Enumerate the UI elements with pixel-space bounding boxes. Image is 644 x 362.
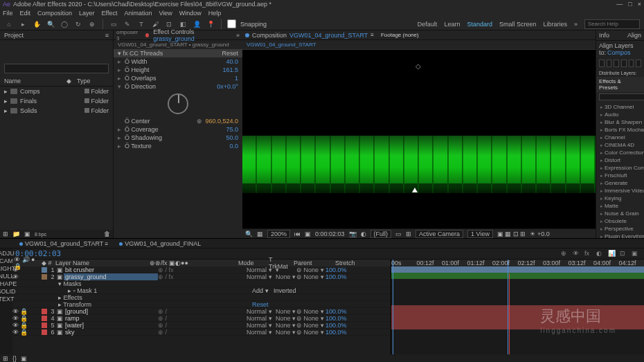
- menu-animation[interactable]: Animation: [124, 10, 152, 17]
- prop-texture[interactable]: ▸Ö Texture0.0: [114, 142, 242, 150]
- tl-brace-icon[interactable]: {}: [12, 355, 17, 362]
- align-left[interactable]: [599, 60, 605, 67]
- direction-dial[interactable]: [168, 93, 188, 114]
- tl-graph-icon[interactable]: 📊: [608, 250, 616, 258]
- menu-window[interactable]: Window: [179, 10, 202, 17]
- bpc-label[interactable]: 8 bpc: [35, 232, 46, 237]
- tl-fx-icon[interactable]: fx: [584, 250, 593, 258]
- menu-composition[interactable]: Composition: [37, 10, 72, 17]
- effect-category[interactable]: Blur & Sharpen: [596, 118, 644, 126]
- mask-icon[interactable]: ▦: [257, 230, 263, 237]
- tl-tab-1[interactable]: VGW01_04_ground_START ≡: [17, 240, 111, 247]
- align-bottom[interactable]: [636, 60, 641, 67]
- layer-row[interactable]: 👁🔒3▣[ground]⊕ /Normal ▾None ▾⊚ None ▾100…: [12, 308, 391, 315]
- mask1-row[interactable]: ▸ ▫ Mask 1Add ▾ Inverted: [12, 287, 391, 294]
- menu-file[interactable]: File: [3, 10, 13, 17]
- home-icon[interactable]: ⌂: [4, 19, 14, 29]
- tl-search-icon[interactable]: ⊕: [561, 250, 569, 258]
- ec-tab-1[interactable]: omposer 3: [116, 29, 141, 42]
- text-tool[interactable]: T: [136, 19, 146, 29]
- rotate-tool[interactable]: ↻: [73, 19, 83, 29]
- frame-icon[interactable]: ▣: [305, 230, 311, 237]
- min-btn[interactable]: —: [616, 1, 623, 8]
- project-search[interactable]: [4, 64, 109, 73]
- tl-3d-icon[interactable]: ▣: [632, 250, 640, 258]
- new-comp-icon[interactable]: ▣: [24, 230, 30, 237]
- snapping-check[interactable]: [227, 19, 236, 28]
- tl-mb-icon[interactable]: ◐: [596, 250, 605, 258]
- composition-tab[interactable]: Composition VGW01_04_ground_START ≡: [245, 32, 374, 39]
- bar-bitcrusher[interactable]: [391, 266, 644, 273]
- transform-row[interactable]: ▸ TransformReset: [12, 301, 391, 308]
- zoom-tool[interactable]: 🔍: [46, 19, 55, 29]
- effect-category[interactable]: Expression Controls: [596, 164, 644, 172]
- grid-icon[interactable]: ⊞: [406, 230, 411, 237]
- effect-category[interactable]: Audio: [596, 111, 644, 118]
- footage-tab[interactable]: Footage (none): [381, 32, 419, 38]
- hand-tool[interactable]: ✋: [32, 19, 42, 29]
- stamp-tool[interactable]: ⊡: [164, 19, 174, 29]
- anchor-tool[interactable]: ⊕: [87, 19, 97, 29]
- exposure-icon[interactable]: ☀ +0.0: [530, 230, 549, 237]
- align-hcenter[interactable]: [607, 60, 612, 67]
- menu-edit[interactable]: Edit: [20, 10, 31, 17]
- comp-breadcrumb[interactable]: VGW01_04_ground_START: [242, 40, 596, 50]
- effect-category[interactable]: Perspective: [596, 225, 644, 233]
- effect-category[interactable]: Plugin Everything: [596, 233, 644, 238]
- prop-width[interactable]: ▸Ö Width40.0: [114, 57, 242, 66]
- effects-row[interactable]: ▸ Effects: [12, 294, 391, 301]
- layer-row[interactable]: 👁2▣grassy_ground⊕ / fxNormal ▾None ▾⊚ No…: [12, 273, 391, 280]
- tl-sidebar[interactable]: ADJUCAMLIGHTNULLSHAPESOLIDTEXT: [0, 248, 12, 354]
- effect-category[interactable]: Distort: [596, 156, 644, 164]
- tl-tab-2[interactable]: VGW01_04_ground_FINAL: [116, 240, 204, 247]
- layer-row[interactable]: 👁🔒6▣sky⊕ /Normal ▾None ▾⊚ None ▾100.0%: [12, 329, 391, 336]
- close-btn[interactable]: ×: [638, 1, 641, 8]
- zoom-select[interactable]: 200%: [267, 230, 290, 238]
- new-folder-icon[interactable]: 📁: [12, 230, 20, 237]
- roi-icon[interactable]: ▭: [395, 230, 402, 237]
- effect-category[interactable]: 3D Channel: [596, 103, 644, 111]
- bar-grassy[interactable]: [391, 273, 644, 279]
- tl-shy-icon[interactable]: 👁: [573, 250, 581, 258]
- time-nav-icon[interactable]: ⏮: [294, 230, 301, 237]
- orbit-tool[interactable]: ◯: [60, 19, 69, 29]
- align-tab[interactable]: Align: [627, 32, 641, 39]
- align-right[interactable]: [614, 60, 619, 67]
- prop-overlaps[interactable]: ▸Ö Overlaps1: [114, 74, 242, 82]
- brush-tool[interactable]: 🖌: [150, 19, 160, 29]
- camera-select[interactable]: Active Camera: [415, 230, 463, 238]
- prop-coverage[interactable]: ▸Ö Coverage75.0: [114, 125, 242, 134]
- effect-category[interactable]: Generate: [596, 179, 644, 187]
- help-search[interactable]: [584, 19, 640, 29]
- 3d-icons[interactable]: ▣ ▦ ⊡ ⊞: [497, 230, 526, 237]
- puppet-tool[interactable]: 📍: [206, 19, 215, 29]
- ec-effect-name[interactable]: ▾ fx CC ThreadsReset: [114, 49, 242, 57]
- menu-help[interactable]: Help: [208, 10, 222, 17]
- tl-draft-icon[interactable]: ⊡: [620, 250, 628, 258]
- channel-icon[interactable]: ◐: [361, 230, 366, 237]
- selection-tool[interactable]: ▸: [18, 19, 28, 29]
- layer-row[interactable]: 👁🔒4▣ramp⊕ /Normal ▾None ▾⊚ None ▾100.0%: [12, 315, 391, 322]
- folder-finals[interactable]: ▸Finals Folder: [0, 96, 113, 106]
- menu-effect[interactable]: Effect: [102, 10, 118, 17]
- prop-shadowing[interactable]: ▸Ö Shadowing50.0: [114, 134, 242, 142]
- roto-tool[interactable]: 👤: [192, 19, 202, 29]
- effect-category[interactable]: Noise & Grain: [596, 210, 644, 217]
- ws-libraries[interactable]: Libraries: [543, 21, 567, 28]
- ws-default[interactable]: Default: [418, 21, 438, 28]
- masks-row[interactable]: ▾ Masks: [12, 280, 391, 287]
- tl-frame-icon[interactable]: ▣: [21, 355, 27, 362]
- effect-category[interactable]: Matte: [596, 202, 644, 210]
- effects-presets-tab[interactable]: Effects & Presets: [596, 77, 644, 92]
- menu-layer[interactable]: Layer: [79, 10, 95, 17]
- prop-direction[interactable]: ▾Ö Direction0x+0.0°: [114, 82, 242, 91]
- prop-center[interactable]: Ö Center⊕960.0,524.0: [114, 117, 242, 125]
- folder-solids[interactable]: ▸Solids Folder: [0, 106, 113, 116]
- info-tab[interactable]: Info: [599, 32, 609, 39]
- effects-search[interactable]: [599, 93, 644, 100]
- ws-more[interactable]: »: [574, 21, 578, 28]
- ws-small[interactable]: Small Screen: [499, 21, 537, 28]
- zoom-out-icon[interactable]: 🔍: [245, 230, 253, 237]
- composition-canvas[interactable]: [242, 50, 596, 228]
- tl-toggle-icon[interactable]: ⊞: [3, 355, 8, 362]
